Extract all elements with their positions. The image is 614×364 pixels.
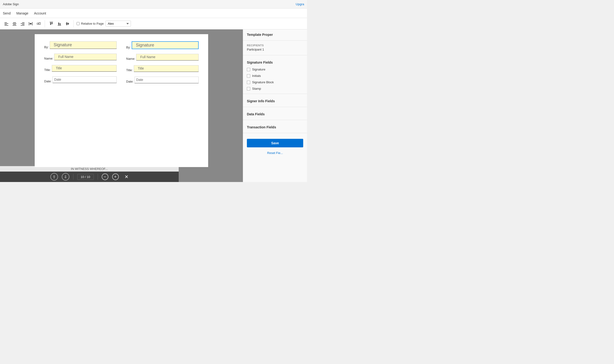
data-fields-label: Data Fields <box>243 109 307 118</box>
svg-rect-24 <box>66 22 67 25</box>
participant-dropdown[interactable]: Alex Participant 1 Participant 2 <box>106 21 131 26</box>
left-name-row: Name: ✱ Full Name <box>44 54 117 60</box>
align-distribute-icon[interactable] <box>27 20 34 27</box>
left-date-row: Date: Date <box>44 77 117 83</box>
svg-rect-6 <box>13 24 16 25</box>
upgrade-link[interactable]: Upgra <box>296 2 304 6</box>
signature-row: By: ✱ Signature Name: ✱ Full Name <box>44 41 199 88</box>
align-center-icon[interactable] <box>11 20 18 27</box>
page-down-button[interactable]: ⇩ <box>62 173 70 181</box>
align-match-icon[interactable] <box>35 20 42 27</box>
panel-divider-6 <box>243 133 307 133</box>
right-name-wrap: ✱ Full Name <box>136 54 199 61</box>
svg-rect-10 <box>22 24 25 25</box>
field-item-signature[interactable]: Signature <box>243 66 307 73</box>
svg-rect-19 <box>52 23 53 24</box>
right-panel: Template Proper RECIPIENTS Participant 1… <box>243 29 307 182</box>
align-top-icon[interactable] <box>48 20 55 27</box>
panel-divider-2 <box>243 55 307 55</box>
reset-link[interactable]: Reset Fie... <box>243 151 307 156</box>
right-title-label: Title: <box>126 68 133 72</box>
left-signature-field[interactable]: Signature <box>50 41 117 49</box>
left-date-wrap: Date <box>53 77 117 83</box>
align-toolbar-group <box>3 20 45 27</box>
panel-divider-3 <box>243 94 307 94</box>
pagination-separator-1 <box>73 174 73 180</box>
field-item-stamp[interactable]: Stamp <box>243 85 307 92</box>
bottom-hint-content: IN WITNESS WHEREOF... <box>71 167 108 171</box>
nav-account[interactable]: Account <box>34 9 46 18</box>
nav-manage[interactable]: Manage <box>16 9 28 18</box>
document-page: By: ✱ Signature Name: ✱ Full Name <box>35 34 208 167</box>
field-item-signature-block[interactable]: Signature Block <box>243 79 307 85</box>
right-title-field[interactable]: Title <box>134 65 199 72</box>
position-toolbar-group <box>48 20 74 27</box>
panel-divider-4 <box>243 107 307 107</box>
svg-rect-14 <box>30 23 32 25</box>
right-date-row: Date: Date <box>126 77 199 83</box>
right-signature-wrap: ✱ Signature <box>132 41 199 49</box>
left-title-field[interactable]: Title <box>52 65 117 72</box>
align-bottom-icon[interactable] <box>56 20 63 27</box>
svg-rect-18 <box>50 23 51 25</box>
top-bar: Adobe Sign Upgra <box>0 0 307 9</box>
field-checkbox-signature <box>247 68 250 71</box>
save-button[interactable]: Save <box>247 139 303 147</box>
relative-to-page-input[interactable] <box>77 22 80 25</box>
align-middle-icon[interactable] <box>64 20 71 27</box>
right-name-row: Name: ✱ Full Name <box>126 54 199 61</box>
left-name-field[interactable]: Full Name <box>54 54 117 60</box>
page-up-button[interactable]: ⇧ <box>50 173 58 181</box>
align-left-icon[interactable] <box>3 20 10 27</box>
right-date-wrap: Date <box>135 77 199 83</box>
relative-to-page-checkbox[interactable]: Relative to Page <box>77 22 104 26</box>
app-title: Adobe Sign <box>3 2 19 6</box>
svg-rect-12 <box>29 22 29 26</box>
left-signature-wrap: ✱ Signature <box>50 41 117 49</box>
field-checkbox-signature-block <box>247 81 250 84</box>
right-name-field[interactable]: Full Name <box>136 54 199 61</box>
signer-info-label: Signer Info Fields <box>243 96 307 105</box>
svg-rect-2 <box>4 24 7 25</box>
field-checkbox-stamp <box>247 87 250 91</box>
zoom-out-button[interactable]: − <box>102 173 108 180</box>
svg-rect-16 <box>39 23 40 25</box>
left-date-field[interactable]: Date <box>53 77 117 83</box>
left-signature-block: By: ✱ Signature Name: ✱ Full Name <box>44 41 117 88</box>
svg-rect-11 <box>21 25 25 26</box>
relative-to-page-label: Relative to Page <box>81 22 104 26</box>
right-signature-block: By: ✱ Signature Name: ✱ Full Name <box>126 41 199 88</box>
recipients-label: RECIPIENTS <box>243 42 307 47</box>
right-by-row: By: ✱ Signature <box>126 41 199 49</box>
left-title-label: Title: <box>44 68 51 72</box>
signature-fields-label: Signature Fields <box>243 57 307 66</box>
toolbar: Relative to Page Alex Participant 1 Part… <box>0 18 307 29</box>
svg-rect-4 <box>13 22 16 23</box>
svg-rect-22 <box>60 23 61 25</box>
align-right-icon[interactable] <box>19 20 26 27</box>
transaction-fields-label: Transaction Fields <box>243 122 307 131</box>
panel-divider-5 <box>243 120 307 120</box>
left-name-wrap: ✱ Full Name <box>54 54 117 60</box>
field-checkbox-initials <box>247 74 250 78</box>
svg-rect-20 <box>58 25 61 26</box>
right-title-row: Title: ✱ Title <box>126 65 199 72</box>
close-button[interactable]: ✕ <box>125 174 128 180</box>
svg-rect-1 <box>4 23 8 24</box>
zoom-in-button[interactable]: + <box>112 173 119 180</box>
panel-title: Template Proper <box>243 29 307 39</box>
right-date-field[interactable]: Date <box>135 77 199 83</box>
field-item-initials[interactable]: Initials <box>243 73 307 79</box>
right-title-wrap: ✱ Title <box>134 65 199 72</box>
nav-send[interactable]: Send <box>3 9 11 18</box>
svg-rect-9 <box>21 23 25 24</box>
right-signature-field[interactable]: Signature <box>132 41 199 49</box>
svg-rect-15 <box>37 23 39 25</box>
page-indicator[interactable]: 10 / 10 <box>77 174 94 180</box>
main-layout: By: ✱ Signature Name: ✱ Full Name <box>0 29 307 182</box>
svg-rect-8 <box>22 22 25 23</box>
panel-divider-1 <box>243 40 307 40</box>
left-by-row: By: ✱ Signature <box>44 41 117 49</box>
left-title-row: Title: ✱ Title <box>44 65 117 72</box>
document-area: By: ✱ Signature Name: ✱ Full Name <box>0 29 243 182</box>
